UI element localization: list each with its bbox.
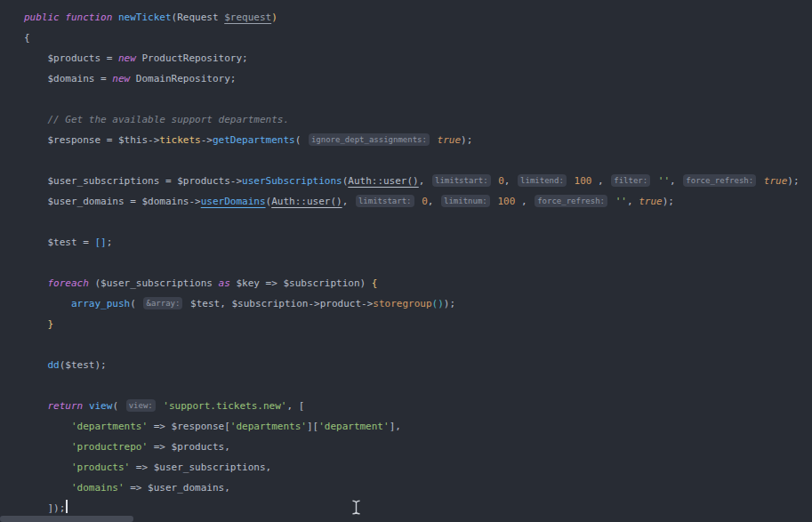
code-token: , (515, 196, 533, 207)
code-token (24, 114, 48, 125)
code-line: $domains = new DomainRepository; (24, 68, 812, 89)
code-token (568, 175, 575, 187)
code-token: => $user_domains, (125, 482, 230, 494)
code-token: DomainRepository; (130, 73, 236, 84)
code-token: getDepartments (213, 134, 295, 146)
code-token (24, 462, 71, 473)
code-token: new (112, 73, 130, 84)
text-caret (66, 500, 68, 513)
code-token: 'productrepo' (71, 441, 148, 453)
inlay-hint: view: (126, 399, 156, 412)
code-token: true (438, 134, 462, 146)
code-token: ( (112, 400, 124, 412)
code-token: ($test); (60, 359, 107, 371)
code-line (24, 212, 812, 232)
code-token: public function (24, 12, 118, 23)
code-token: { (372, 277, 378, 289)
code-token: array_push (71, 298, 130, 309)
code-token: => $user_subscriptions, (130, 462, 271, 473)
code-token (24, 277, 48, 289)
code-token: () (432, 298, 444, 309)
code-token: ); (663, 196, 674, 207)
inlay-hint: limitnum: (441, 195, 490, 207)
code-editor[interactable]: public function newTicket(Request $reque… (0, 0, 812, 522)
code-token (609, 196, 615, 207)
code-token: 100 (497, 196, 515, 207)
code-token: ( (130, 298, 141, 309)
code-line: 'products' => $user_subscriptions, (24, 457, 812, 478)
code-token: , (504, 175, 516, 187)
code-token: userDomains (201, 196, 266, 207)
code-token: userSubscriptions (242, 175, 342, 187)
inlay-hint: force_refresh: (683, 174, 756, 187)
code-token: 'departments' (71, 421, 148, 432)
code-line: return view( view: 'support.tickets.new'… (24, 396, 812, 416)
code-line: } (24, 314, 812, 334)
code-token: 0 (422, 196, 428, 207)
code-line: $user_subscriptions = $products->userSub… (24, 171, 812, 191)
code-token: 0 (498, 175, 504, 187)
code-token: ( (89, 277, 100, 289)
code-token: '' (615, 196, 627, 207)
code-token: return (48, 400, 84, 412)
code-token: view (89, 400, 113, 412)
code-token: ], (390, 421, 401, 432)
code-token: , (419, 175, 430, 187)
code-line: 'departments' => $response['departments'… (24, 416, 812, 437)
code-token (24, 441, 71, 453)
code-token (24, 298, 71, 309)
inlay-hint: filter: (611, 174, 650, 187)
code-token: $test, $subscription->product-> (190, 298, 373, 309)
code-token (24, 318, 48, 330)
code-token: , (428, 196, 439, 207)
code-token: , (591, 175, 609, 187)
code-token (758, 175, 764, 187)
inlay-hint: &array: (143, 297, 182, 309)
code-token: 'support.tickets.new' (163, 400, 286, 412)
code-line (24, 375, 812, 396)
code-token: ProductRepository; (136, 52, 248, 64)
code-token (24, 421, 71, 432)
code-token: 100 (575, 175, 592, 187)
code-token: ; (107, 237, 113, 248)
code-token: ) (271, 12, 277, 23)
code-token (24, 400, 48, 412)
code-token: $response = $this-> (24, 134, 159, 146)
code-line: public function newTicket(Request $reque… (24, 7, 812, 28)
code-line: $products = new ProductRepository; (24, 48, 812, 68)
code-token (24, 482, 71, 494)
code-token: $products = (24, 52, 118, 64)
code-token: as (219, 277, 230, 289)
code-token: ]); (24, 502, 65, 514)
code-token: 'domains' (71, 482, 125, 494)
code-line: array_push( &array: $test, $subscription… (24, 293, 812, 314)
code-token: 'departments' (230, 421, 307, 432)
inlay-hint: ignore_dept_assignments: (309, 133, 430, 146)
code-token: , (342, 196, 354, 207)
code-line (24, 253, 812, 273)
code-line: $response = $this->tickets->getDepartmen… (24, 130, 812, 150)
code-token: (Request (172, 12, 225, 23)
code-token: $user_subscriptions = $products-> (24, 175, 242, 187)
code-token: // Get the available support departments… (48, 114, 290, 125)
code-line (24, 150, 812, 171)
code-token: , [ (286, 400, 304, 412)
inlay-hint: force_refresh: (535, 195, 607, 207)
code-token: '' (658, 175, 670, 187)
inlay-hint: limitstart: (356, 195, 414, 207)
code-token: ); (444, 298, 455, 309)
code-token: Auth::user() (271, 196, 342, 207)
code-line: $test = []; (24, 232, 812, 253)
code-token: 'products' (71, 462, 130, 473)
code-token: [] (94, 237, 106, 248)
code-token: newTicket (118, 12, 172, 23)
code-token: => $response[ (148, 421, 230, 432)
horizontal-scrollbar-thumb[interactable] (0, 516, 133, 522)
code-token: $user_subscriptions (100, 277, 218, 289)
code-token: dd (48, 359, 60, 371)
code-token (24, 359, 48, 371)
inlay-hint: limitstart: (432, 174, 491, 187)
code-token: ); (787, 175, 799, 187)
code-token: $domains = (24, 73, 112, 84)
code-token (83, 400, 89, 412)
